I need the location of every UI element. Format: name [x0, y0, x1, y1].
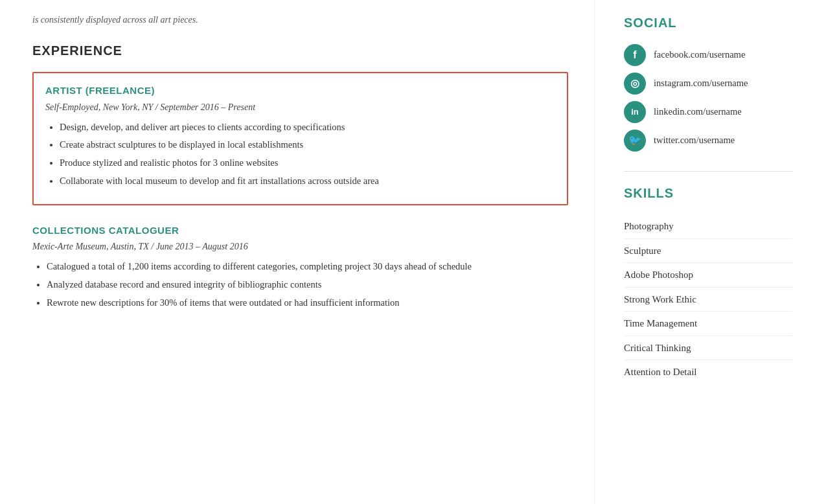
skill-item: Adobe Photoshop — [624, 263, 792, 288]
skill-item: Sculpture — [624, 239, 792, 264]
bullet-item: Catalogued a total of 1,200 items accord… — [47, 260, 568, 274]
top-text: is consistently displayed across all art… — [32, 13, 568, 27]
jobs-container: ARTIST (FREELANCE)Self-Employed, New Yor… — [32, 72, 568, 310]
bullet-list-artist-freelance: Design, develop, and deliver art pieces … — [45, 120, 555, 189]
bullet-item: Design, develop, and deliver art pieces … — [60, 120, 555, 135]
bullet-item: Collaborate with local museum to develop… — [60, 174, 555, 189]
social-label-facebook: facebook.com/username — [654, 48, 745, 62]
social-label-linkedin: linkedin.com/username — [654, 105, 742, 119]
instagram-icon: ◎ — [624, 73, 646, 95]
bullet-item: Produce stylized and realistic photos fo… — [60, 156, 555, 170]
facebook-icon: f — [624, 44, 646, 66]
bullet-item: Analyzed database record and ensured int… — [47, 278, 568, 292]
skills-divider — [624, 171, 792, 172]
social-item-linkedin: inlinkedin.com/username — [624, 101, 792, 123]
social-heading: SOCIAL — [624, 13, 792, 32]
social-item-instagram: ◎instagram.com/username — [624, 73, 792, 95]
skill-item: Photography — [624, 214, 792, 239]
job-title-collections-cataloguer: COLLECTIONS CATALOGUER — [32, 223, 568, 238]
experience-heading: EXPERIENCE — [32, 41, 568, 60]
skill-item: Strong Work Ethic — [624, 288, 792, 312]
experience-entry-collections-cataloguer: COLLECTIONS CATALOGUERMexic-Arte Museum,… — [32, 223, 568, 310]
skill-item: Attention to Detail — [624, 360, 792, 384]
twitter-icon: 🐦 — [624, 130, 646, 152]
job-meta-collections-cataloguer: Mexic-Arte Museum, Austin, TX / June 201… — [32, 240, 568, 253]
social-label-instagram: instagram.com/username — [654, 76, 748, 91]
skill-item: Critical Thinking — [624, 336, 792, 361]
skill-item: Time Management — [624, 312, 792, 336]
social-label-twitter: twitter.com/username — [654, 133, 735, 148]
job-title-artist-freelance: ARTIST (FREELANCE) — [45, 84, 555, 98]
skills-heading: SKILLS — [624, 183, 792, 203]
bullet-item: Rewrote new descriptions for 30% of item… — [47, 296, 568, 310]
experience-entry-artist-freelance: ARTIST (FREELANCE)Self-Employed, New Yor… — [32, 72, 568, 205]
skills-list: PhotographySculptureAdobe PhotoshopStron… — [624, 214, 792, 384]
social-list: ffacebook.com/username◎instagram.com/use… — [624, 44, 792, 152]
linkedin-icon: in — [624, 101, 646, 123]
bullet-list-collections-cataloguer: Catalogued a total of 1,200 items accord… — [32, 260, 568, 310]
social-item-twitter: 🐦twitter.com/username — [624, 130, 792, 152]
left-column: is consistently displayed across all art… — [0, 0, 595, 504]
social-item-facebook: ffacebook.com/username — [624, 44, 792, 66]
right-column: SOCIAL ffacebook.com/username◎instagram.… — [595, 0, 815, 504]
job-meta-artist-freelance: Self-Employed, New York, NY / September … — [45, 100, 555, 114]
bullet-item: Create abstract sculptures to be display… — [60, 138, 555, 152]
